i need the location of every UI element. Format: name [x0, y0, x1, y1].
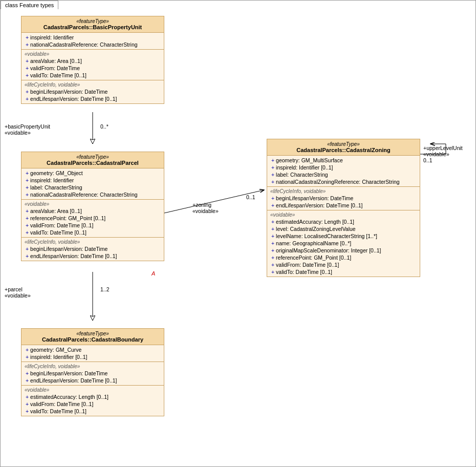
bpu-attr-1: + nationalCadastralReference: CharacterS…	[25, 41, 161, 48]
cb-attr-0: + geometry: GM_Curve	[25, 346, 161, 353]
rel-mult-bpu: 0..*	[100, 123, 109, 130]
bpu-attr-3: + validFrom: DateTime	[25, 65, 161, 72]
bpu-label-1: «voidable»	[25, 51, 161, 57]
rel-label-bpu: +basicPropertyUnit «voidable»	[5, 123, 50, 136]
cb-attr-3: + endLifespanVersion: DateTime [0..1]	[25, 377, 161, 384]
bpu-attr-0: + inspireld: Identifier	[25, 34, 161, 41]
cp-stereotype: «featureType»	[25, 154, 161, 160]
bpu-stereotype: «featureType»	[25, 18, 161, 24]
diagram-area: class Feature types «featureType» Cadast…	[0, 0, 476, 467]
cz-attr-7: + level: CadastralZoningLevelValue	[270, 225, 417, 232]
cp-attr-6: + validFrom: DateTime [0..1]	[25, 222, 161, 229]
cz-section-2: «voidable» + estimatedAccuracy: Length […	[267, 210, 420, 277]
bpu-section-0: + inspireld: Identifier + nationalCadast…	[21, 33, 164, 50]
cz-attr-0: + geometry: GM_MultiSurface	[270, 157, 417, 164]
box-cp-header: «featureType» CadastralParcels::Cadastra…	[21, 152, 164, 168]
cz-attr-13: + validTo: DateTime [0..1]	[270, 268, 417, 275]
rel-label-zoning: +zoning «voidable»	[192, 202, 219, 214]
cz-attr-10: + originalMapScaleDenominator: Integer […	[270, 247, 417, 254]
cp-attr-0: + geometry: GM_Object	[25, 169, 161, 177]
cz-attr-5: + endLifespanVersion: DateTime [0..1]	[270, 202, 417, 209]
rel-mult-zoning: 0..1	[246, 194, 255, 200]
cp-label-1: «voidable»	[25, 201, 161, 207]
cp-section-1: «voidable» + areaValue: Area [0..1] + re…	[21, 200, 164, 238]
box-cb-header: «featureType» CadastralParcels::Cadastra…	[21, 329, 164, 345]
rel-upperlevel-stereotype: «voidable»	[423, 151, 463, 157]
cp-attr-9: + endLifespanVersion: DateTime [0..1]	[25, 252, 161, 260]
cz-attr-4: + beginLifespanVersion: DateTime	[270, 195, 417, 202]
cz-attr-3: + nationalCadastralZoningReference: Char…	[270, 178, 417, 185]
rel-bpu-stereotype: «voidable»	[5, 130, 50, 136]
cz-section-0: + geometry: GM_MultiSurface + inspireld:…	[267, 156, 420, 187]
cp-attr-5: + referencePoint: GM_Point [0..1]	[25, 215, 161, 222]
cb-classname: CadastralParcels::CadastralBoundary	[25, 336, 161, 343]
cz-attr-11: + referencePoint: GM_Point [0..1]	[270, 254, 417, 261]
cp-attr-2: + label: CharacterString	[25, 184, 161, 191]
box-cadastral-zoning: «featureType» CadastralParcels::Cadastra…	[267, 139, 420, 277]
cp-section-2: «lifeCycleInfo, voidable» + beginLifespa…	[21, 238, 164, 261]
cz-stereotype: «featureType»	[270, 141, 417, 147]
cz-label-1: «lifeCycleInfo, voidable»	[270, 188, 417, 195]
rel-bpu-role: +basicPropertyUnit	[5, 123, 50, 130]
bpu-label-2: «lifeCycleInfo, voidable»	[25, 81, 161, 88]
cp-attr-3: + nationalCadastralReference: CharacterS…	[25, 191, 161, 198]
cb-section-0: + geometry: GM_Curve + inspireld: Identi…	[21, 345, 164, 362]
cb-label-1: «lifeCycleInfo, voidable»	[25, 363, 161, 370]
box-bpu-header: «featureType» CadastralParcels::BasicPro…	[21, 16, 164, 33]
box-cadastral-boundary: «featureType» CadastralParcels::Cadastra…	[21, 328, 164, 416]
rel-zoning-role: +zoning	[192, 202, 219, 208]
cp-section-0: + geometry: GM_Object + inspireld: Ident…	[21, 168, 164, 200]
bpu-attr-5: + beginLifespanVersion: DateTime	[25, 88, 161, 95]
cz-attr-2: + label: CharacterString	[270, 171, 417, 178]
rel-upperlevel-role: +upperLevelUnit	[423, 145, 463, 151]
cp-label-2: «lifeCycleInfo, voidable»	[25, 239, 161, 245]
cp-classname: CadastralParcels::CadastralParcel	[25, 160, 161, 166]
cb-stereotype: «featureType»	[25, 331, 161, 336]
cp-attr-1: + inspireld: Identifier	[25, 177, 161, 184]
bpu-section-1: «voidable» + areaValue: Area [0..1] + va…	[21, 50, 164, 80]
cb-label-2: «voidable»	[25, 387, 161, 393]
rel-parcel-stereotype: «voidable»	[5, 292, 31, 299]
cp-attr-4: + areaValue: Area [0..1]	[25, 207, 161, 215]
cp-attr-7: + validTo: DateTime [0..1]	[25, 229, 161, 236]
bpu-attr-4: + validTo: DateTime [0..1]	[25, 72, 161, 79]
rel-label-upperlevel: +upperLevelUnit «voidable» 0..1	[423, 145, 463, 163]
bpu-section-2: «lifeCycleInfo, voidable» + beginLifespa…	[21, 80, 164, 103]
cz-attr-6: + estimatedAccuracy: Length [0..1]	[270, 218, 417, 225]
cz-classname: CadastralParcels::CadastralZoning	[270, 147, 417, 153]
cz-section-1: «lifeCycleInfo, voidable» + beginLifespa…	[267, 187, 420, 210]
cb-attr-4: + estimatedAccuracy: Length [0..1]	[25, 393, 161, 400]
bpu-classname: CadastralParcels::BasicPropertyUnit	[25, 24, 161, 30]
box-basic-property-unit: «featureType» CadastralParcels::BasicPro…	[21, 16, 164, 104]
tab-label: class Feature types	[1, 1, 58, 9]
cb-section-1: «lifeCycleInfo, voidable» + beginLifespa…	[21, 362, 164, 386]
cz-attr-12: + validFrom: DateTime [0..1]	[270, 261, 417, 268]
rel-upperlevel-mult: 0..1	[423, 157, 463, 163]
parcel-abstract-marker: A	[152, 270, 155, 277]
cb-attr-2: + beginLifespanVersion: DateTime	[25, 370, 161, 377]
cz-attr-8: + levelName: LocalisedCharacterString [1…	[270, 232, 417, 240]
cz-attr-1: + inspireld: Identifier [0..1]	[270, 164, 417, 171]
rel-mult-parcel: 1..2	[100, 286, 110, 292]
box-cadastral-parcel: «featureType» CadastralParcels::Cadastra…	[21, 152, 164, 261]
cb-attr-5: + validFrom: DateTime [0..1]	[25, 400, 161, 408]
cb-section-2: «voidable» + estimatedAccuracy: Length […	[21, 386, 164, 416]
rel-label-parcel: +parcel «voidable»	[5, 286, 31, 299]
cz-label-2: «voidable»	[270, 211, 417, 218]
cb-attr-6: + validTo: DateTime [0..1]	[25, 408, 161, 415]
rel-parcel-role: +parcel	[5, 286, 31, 292]
cb-attr-1: + inspireld: Identifier [0..1]	[25, 353, 161, 360]
box-cz-header: «featureType» CadastralParcels::Cadastra…	[267, 139, 420, 156]
rel-zoning-stereotype: «voidable»	[192, 208, 219, 214]
cz-attr-9: + name: GeographicalName [0..*]	[270, 240, 417, 247]
bpu-attr-6: + endLifespanVersion: DateTime [0..1]	[25, 95, 161, 102]
cp-attr-8: + beginLifespanVersion: DateTime	[25, 245, 161, 252]
bpu-attr-2: + areaValue: Area [0..1]	[25, 57, 161, 65]
tab-title: class Feature types	[5, 2, 54, 8]
